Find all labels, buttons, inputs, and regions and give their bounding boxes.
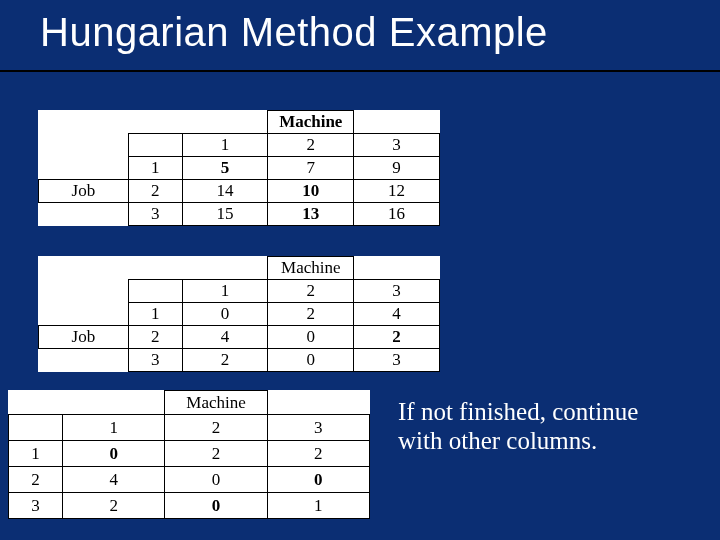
blank-cell	[39, 257, 129, 280]
row-label: 3	[128, 349, 182, 372]
cell: 2	[354, 326, 440, 349]
col-label: 3	[354, 280, 440, 303]
col-label: 3	[354, 134, 440, 157]
col-label: 1	[63, 415, 165, 441]
blank-cell	[128, 111, 182, 134]
cell: 0	[268, 326, 354, 349]
cell: 2	[165, 441, 267, 467]
col-label: 1	[182, 134, 268, 157]
blank-cell	[354, 257, 440, 280]
cell: 3	[354, 349, 440, 372]
blank-cell	[267, 391, 369, 415]
cell: 10	[268, 180, 354, 203]
blank-cell	[39, 134, 129, 157]
blank-cell	[128, 257, 182, 280]
cost-table-rowreduced: Machine 1 2 3 1 0 2 4 Job 2 4 0 2 3 2	[38, 256, 440, 372]
blank-cell	[39, 111, 129, 134]
cell: 9	[354, 157, 440, 180]
col-label: 2	[165, 415, 267, 441]
slide: Hungarian Method Example Machine 1 2 3 1…	[0, 0, 720, 540]
row-label: 2	[128, 326, 182, 349]
blank-cell	[63, 391, 165, 415]
blank-cell	[182, 111, 268, 134]
row-label: 2	[128, 180, 182, 203]
cell: 4	[182, 326, 268, 349]
note-text: If not finished, continue with other col…	[398, 398, 688, 456]
cell: 2	[268, 303, 354, 326]
blank-cell	[128, 134, 182, 157]
cell: 4	[63, 467, 165, 493]
blank-cell	[354, 111, 440, 134]
cost-table-original: Machine 1 2 3 1 5 7 9 Job 2 14 10 12 3 1…	[38, 110, 440, 226]
job-header: Job	[39, 326, 129, 349]
row-label: 3	[128, 203, 182, 226]
job-header: Job	[39, 180, 129, 203]
cell: 2	[182, 349, 268, 372]
cell: 16	[354, 203, 440, 226]
cell: 14	[182, 180, 268, 203]
cell: 0	[267, 467, 369, 493]
blank-cell	[128, 280, 182, 303]
blank-cell	[182, 257, 268, 280]
row-label: 1	[128, 303, 182, 326]
cell: 0	[165, 493, 267, 519]
blank-cell	[39, 280, 129, 303]
cell: 5	[182, 157, 268, 180]
col-label: 2	[268, 280, 354, 303]
cell: 2	[63, 493, 165, 519]
blank-cell	[39, 349, 129, 372]
col-label: 1	[182, 280, 268, 303]
blank-cell	[39, 303, 129, 326]
cell: 0	[165, 467, 267, 493]
cell: 4	[354, 303, 440, 326]
machine-header: Machine	[268, 111, 354, 134]
blank-cell	[39, 203, 129, 226]
cell: 7	[268, 157, 354, 180]
cost-table-colreduced: Machine 1 2 3 1 0 2 2 2 4 0 0 3 2 0 1	[8, 390, 370, 519]
page-title: Hungarian Method Example	[0, 6, 720, 65]
cell: 13	[268, 203, 354, 226]
machine-header: Machine	[165, 391, 267, 415]
cell: 1	[267, 493, 369, 519]
row-label: 3	[9, 493, 63, 519]
title-divider	[0, 70, 720, 72]
row-label: 2	[9, 467, 63, 493]
cell: 0	[63, 441, 165, 467]
cell: 0	[182, 303, 268, 326]
row-label: 1	[9, 441, 63, 467]
cell: 12	[354, 180, 440, 203]
cell: 15	[182, 203, 268, 226]
col-label: 3	[267, 415, 369, 441]
cell: 2	[267, 441, 369, 467]
row-label: 1	[128, 157, 182, 180]
blank-cell	[39, 157, 129, 180]
blank-cell	[9, 415, 63, 441]
cell: 0	[268, 349, 354, 372]
machine-header: Machine	[268, 257, 354, 280]
col-label: 2	[268, 134, 354, 157]
blank-cell	[9, 391, 63, 415]
